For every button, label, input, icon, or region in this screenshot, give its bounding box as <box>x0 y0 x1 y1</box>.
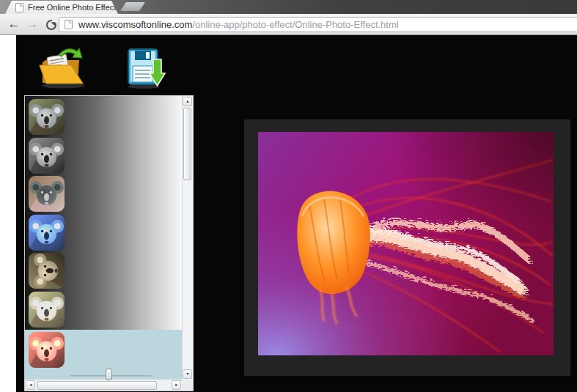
save-file-button[interactable] <box>126 47 166 89</box>
browser-toolbar: ← → www.viscomsoftonline.com/online-app/… <box>0 14 577 35</box>
url-text: www.viscomsoftonline.com/online-app/phot… <box>78 19 399 30</box>
effect-item-rotate-sepia[interactable] <box>25 253 182 292</box>
preview-image <box>258 132 554 355</box>
web-page: ▲ ▼ ◄ ► <box>0 35 577 392</box>
reload-icon <box>46 20 56 30</box>
scroll-down-button[interactable]: ▼ <box>183 369 192 379</box>
new-tab-button[interactable] <box>120 2 145 11</box>
koala-thumbnail <box>29 99 65 135</box>
effect-item-original[interactable] <box>25 99 182 138</box>
browser-window: Free Online Photo Effect × ← → www.visco… <box>0 0 577 392</box>
koala-thumbnail <box>29 176 65 212</box>
effect-slider-thumb[interactable] <box>106 369 112 380</box>
vertical-scrollbar-thumb[interactable] <box>183 108 191 180</box>
effect-item-negative[interactable] <box>25 176 182 215</box>
tab-free-online-photo-effect[interactable]: Free Online Photo Effect × <box>5 1 118 14</box>
reload-button[interactable] <box>43 16 59 32</box>
jellyfish-image <box>258 132 554 355</box>
effect-item-light[interactable] <box>25 292 182 330</box>
left-arrow-icon: ◄ <box>29 382 32 389</box>
koala-thumbnail <box>29 215 65 251</box>
koala-thumbnail <box>29 292 65 328</box>
page-icon <box>65 20 73 29</box>
tab-strip: Free Online Photo Effect × <box>0 0 577 14</box>
url-path: /online-app/photo-effect/Online-Photo-Ef… <box>192 19 398 30</box>
scroll-right-button[interactable]: ► <box>172 380 181 390</box>
koala-thumbnail <box>29 138 65 174</box>
koala-thumbnail <box>29 332 65 368</box>
open-folder-icon <box>37 46 91 89</box>
tab-title: Free Online Photo Effect <box>28 3 116 12</box>
tab-favicon-icon <box>15 3 23 12</box>
open-file-button[interactable] <box>37 46 91 89</box>
down-arrow-icon: ▼ <box>185 371 189 378</box>
photo-effect-app: ▲ ▼ ◄ ► <box>16 35 577 392</box>
save-floppy-icon <box>126 47 166 89</box>
horizontal-scrollbar-thumb[interactable] <box>37 381 157 391</box>
scroll-up-button[interactable]: ▲ <box>183 97 192 106</box>
scrollbar-corner <box>182 380 193 391</box>
back-button[interactable]: ← <box>6 16 22 32</box>
up-arrow-icon: ▲ <box>185 98 189 106</box>
vertical-scrollbar[interactable]: ▲ ▼ <box>182 96 193 380</box>
right-arrow-icon: ► <box>174 382 178 389</box>
effect-item-blue[interactable] <box>25 215 182 254</box>
effect-item-red[interactable] <box>25 330 182 380</box>
address-bar[interactable]: www.viscomsoftonline.com/online-app/phot… <box>59 17 577 32</box>
effect-item-grayscale[interactable] <box>25 138 182 177</box>
forward-button[interactable]: → <box>24 16 40 32</box>
koala-thumbnail <box>29 253 65 289</box>
horizontal-scrollbar[interactable]: ◄ ► <box>25 380 182 391</box>
effects-panel: ▲ ▼ ◄ ► <box>24 95 194 391</box>
effects-list[interactable] <box>25 96 182 380</box>
scroll-left-button[interactable]: ◄ <box>26 380 35 390</box>
url-domain: www.viscomsoftonline.com <box>78 19 192 30</box>
